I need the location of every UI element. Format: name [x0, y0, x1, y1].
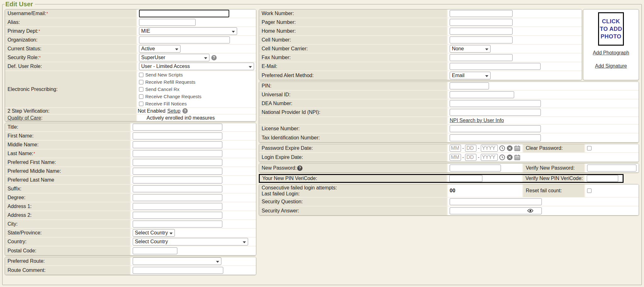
dea-number-input[interactable]: [450, 100, 541, 107]
username-input[interactable]: [139, 10, 229, 17]
edit-user-fieldset: Edit User Username/Email:* Alias: Primar…: [2, 1, 642, 285]
email-input[interactable]: [450, 63, 541, 70]
current-status-select[interactable]: Active: [139, 45, 180, 53]
reset-fail-count-label: Reset fail count:: [526, 188, 562, 194]
degree-input[interactable]: [133, 194, 222, 201]
home-number-input[interactable]: [450, 28, 513, 35]
cell-number-input[interactable]: [450, 37, 513, 43]
alert-method-select[interactable]: Email: [450, 72, 491, 79]
chevron-down-icon: [204, 57, 207, 59]
dea-number-label: DEA Number:: [262, 101, 292, 106]
work-number-input[interactable]: [450, 10, 513, 17]
receive-refill-requests-checkbox[interactable]: [139, 80, 143, 84]
cell-carrier-select[interactable]: None: [450, 45, 491, 53]
middle-name-label: Middle Name:: [8, 142, 39, 148]
receive-fill-notices-checkbox[interactable]: [139, 102, 143, 106]
pwd-expire-mm-input[interactable]: [450, 145, 461, 152]
clear-date-icon[interactable]: [507, 154, 513, 160]
address1-input[interactable]: [133, 203, 222, 210]
middle-name-input[interactable]: [133, 141, 222, 148]
last-name-input[interactable]: [133, 150, 222, 157]
add-signature-link[interactable]: Add Signature: [595, 63, 627, 69]
first-name-input[interactable]: [133, 132, 222, 139]
verify-vericode-input[interactable]: [587, 175, 618, 182]
row-tax-id: Tax Identification Number:: [259, 133, 639, 142]
pref-middle-name-label: Preferred Middle Name:: [8, 168, 61, 174]
pref-route-select[interactable]: [133, 257, 221, 265]
quality-of-care-link[interactable]: Quality of Care: [8, 115, 41, 121]
verify-password-input[interactable]: [587, 165, 636, 172]
login-expire-dd-input[interactable]: [465, 154, 476, 161]
state-select[interactable]: Select Country: [133, 229, 175, 237]
help-icon[interactable]: ?: [182, 108, 188, 114]
city-label: City:: [8, 221, 18, 227]
row-home-number: Home Number:: [259, 27, 582, 36]
eprescribing-option: Send New Scripts: [139, 71, 201, 78]
country-select[interactable]: Select Country: [133, 238, 248, 245]
add-photograph-link[interactable]: Add Photograph: [593, 50, 629, 56]
organization-input[interactable]: [139, 37, 230, 43]
row-eprescribing: Electronic Prescribing: Send New Scripts…: [5, 71, 256, 108]
required-marker: *: [47, 11, 48, 16]
calendar-icon[interactable]: [514, 154, 520, 160]
clock-icon[interactable]: [499, 145, 505, 151]
pin-vericode-input[interactable]: [449, 175, 482, 182]
two-step-setup-link[interactable]: Setup: [167, 108, 180, 114]
security-panel: Consecutive failed login attempts: Last …: [259, 184, 639, 216]
send-cancel-rx-checkbox[interactable]: [139, 87, 143, 92]
title-input[interactable]: [133, 124, 222, 131]
receive-change-requests-checkbox[interactable]: [139, 94, 143, 99]
help-icon[interactable]: ?: [211, 55, 217, 60]
chevron-down-icon: [169, 233, 173, 234]
fax-number-input[interactable]: [450, 54, 513, 61]
add-photo-box[interactable]: CLICK TO ADD PHOTO: [598, 12, 624, 46]
send-new-scripts-checkbox[interactable]: [139, 73, 143, 77]
postal-input[interactable]: [133, 247, 177, 254]
clear-password-label: Clear Password:: [526, 145, 563, 151]
row-license: License Number:: [259, 125, 639, 133]
pin-input[interactable]: [450, 82, 489, 89]
tax-id-label: Tax Identification Number:: [262, 135, 320, 141]
license-input[interactable]: [450, 125, 541, 132]
suffix-input[interactable]: [133, 185, 222, 192]
eye-icon[interactable]: [527, 209, 534, 215]
row-dea-number: DEA Number:: [259, 99, 639, 108]
clear-password-checkbox[interactable]: [587, 146, 591, 150]
row-email: E-Mail:: [259, 62, 582, 71]
pin-label: PIN:: [262, 83, 271, 89]
npi-search-link[interactable]: NPI Search by User Info: [450, 118, 504, 123]
row-universal-id: Universal ID:: [259, 91, 639, 99]
universal-id-input[interactable]: [450, 91, 514, 98]
pref-last-name-input[interactable]: [133, 177, 222, 183]
row-postal: Postal Code:: [5, 246, 256, 255]
city-input[interactable]: [133, 221, 222, 228]
login-expire-yyyy-input[interactable]: [481, 154, 498, 161]
pwd-expire-yyyy-input[interactable]: [481, 145, 498, 152]
route-comment-input[interactable]: [133, 267, 223, 274]
pref-first-name-input[interactable]: [133, 159, 222, 166]
row-quality-of-care: Quality of Care: Actively enrolled in0 m…: [5, 115, 256, 121]
tax-id-input[interactable]: [450, 134, 541, 141]
pager-number-input[interactable]: [450, 19, 513, 26]
primary-dept-select[interactable]: MIE: [139, 27, 237, 35]
calendar-icon[interactable]: [514, 145, 520, 151]
address2-input[interactable]: [133, 212, 222, 219]
new-password-input[interactable]: [450, 165, 501, 172]
reset-fail-count-checkbox[interactable]: [587, 189, 591, 193]
clear-date-icon[interactable]: [507, 145, 513, 151]
npi-input[interactable]: [450, 109, 541, 116]
ids-panel: PIN: Universal ID: DEA Number: National …: [259, 82, 639, 143]
security-question-input[interactable]: [450, 198, 542, 205]
pref-last-name-label: Preferred Last Name: [8, 177, 54, 183]
pwd-expire-dd-input[interactable]: [465, 145, 476, 152]
def-user-role-select[interactable]: User - Limited Access: [139, 63, 254, 70]
row-new-password: New Password:? Verify New Password:: [259, 164, 639, 172]
security-role-select[interactable]: SuperUser: [139, 54, 209, 61]
alias-input[interactable]: [139, 19, 196, 26]
clock-icon[interactable]: [499, 154, 505, 160]
security-role-label: Security Role:: [8, 55, 39, 60]
login-expire-mm-input[interactable]: [450, 154, 461, 161]
help-icon[interactable]: ?: [297, 166, 303, 171]
chevron-down-icon: [232, 31, 235, 33]
pref-middle-name-input[interactable]: [133, 168, 222, 175]
